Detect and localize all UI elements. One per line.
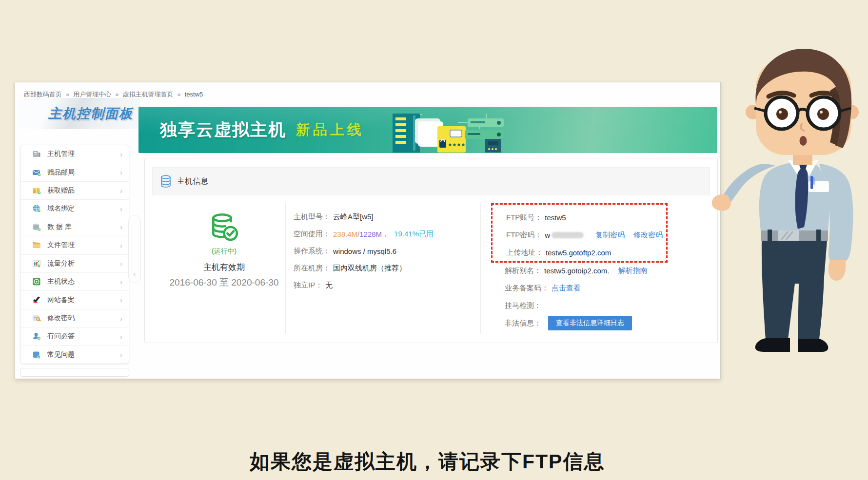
sidebar-item-database[interactable]: 数 据 库 ›: [20, 218, 129, 236]
trojan-check-label: 挂马检测：: [505, 301, 541, 310]
sidebar-item-traffic-analysis[interactable]: 流量分析 ›: [20, 255, 129, 273]
ftp-password-row: FTP密码： w 复制密码 修改密码: [506, 226, 666, 244]
globe-icon: [32, 204, 41, 213]
validity-label: 主机有效期: [159, 262, 289, 273]
model-label: 主机型号：: [294, 212, 330, 222]
folder-icon: [32, 241, 41, 250]
breadcrumb-separator: »: [115, 91, 118, 98]
view-beian-code-link[interactable]: 点击查看: [552, 284, 581, 293]
sidebar-item-host-manage[interactable]: 主机管理 ›: [20, 145, 129, 163]
breadcrumb-separator: »: [177, 91, 180, 98]
chevron-left-icon: ‹: [134, 270, 136, 278]
upload-address-label: 上传地址：: [506, 248, 543, 257]
sidebar-item-website-beian[interactable]: 网站备案 ›: [20, 291, 129, 309]
model-value: 云峰A型[w5]: [333, 212, 374, 222]
breadcrumb-user-center-link[interactable]: 用户管理中心: [73, 91, 111, 98]
section-title: 主机信息: [177, 176, 208, 187]
sidebar-item-gift-mail[interactable]: 赠品邮局 ›: [20, 163, 129, 181]
sidebar-item-domain-bind[interactable]: 域名绑定 ›: [20, 200, 129, 218]
chevron-right-icon: ›: [120, 332, 122, 341]
faq-icon: [32, 350, 41, 359]
chevron-right-icon: ›: [120, 168, 122, 176]
banner-title: 独享云虚拟主机: [160, 118, 286, 141]
space-used: 238.4M: [333, 230, 357, 238]
sidebar-item-label: 主机管理: [47, 150, 75, 158]
room-label: 所在机房：: [294, 264, 330, 273]
beian-code-row: 业务备案码： 点击查看: [505, 279, 714, 297]
alias-value: testw5.gotoip2.com.: [544, 267, 609, 275]
os-value: windows / mysql5.6: [333, 247, 396, 255]
sidebar-item-faq[interactable]: 常见问题 ›: [20, 346, 129, 364]
sidebar-collapse-handle[interactable]: ‹: [128, 215, 141, 283]
sidebar-item-label: 文件管理: [47, 241, 75, 250]
host-detail-column: 主机型号： 云峰A型[w5] 空间使用： 238.4M / 1228M ， 19…: [294, 209, 474, 294]
view-illegal-log-button[interactable]: 查看非法信息详细日志: [548, 316, 632, 330]
chevron-right-icon: ›: [120, 314, 122, 323]
chevron-right-icon: ›: [120, 278, 122, 286]
sidebar-logo-text: 主机控制面板: [48, 105, 133, 122]
running-status: (运行中): [159, 247, 289, 256]
sidebar-item-label: 赠品邮局: [47, 168, 75, 177]
space-label: 空间使用：: [294, 230, 330, 239]
detail-row-ip: 独立IP： 无: [294, 277, 474, 294]
sidebar-item-get-gift[interactable]: 获取赠品 ›: [20, 182, 129, 200]
sidebar-item-label: 域名绑定: [47, 204, 75, 213]
ip-label: 独立IP：: [294, 281, 322, 290]
database-blue-icon: [160, 175, 171, 188]
sidebar-item-change-password[interactable]: 修改密码 ›: [20, 309, 129, 327]
detail-row-room: 所在机房： 国内双线机房（推荐）: [294, 260, 474, 277]
alias-row: 解析别名： testw5.gotoip2.com. 解析指南: [505, 262, 714, 279]
ftp-account-label: FTP账号：: [506, 213, 542, 222]
sidebar-logo: 主机控制面板: [18, 98, 140, 129]
sidebar-item-host-status[interactable]: 主机状态 ›: [20, 273, 129, 291]
banner-servers-illustration: [385, 109, 521, 153]
host-extra-column: 解析别名： testw5.gotoip2.com. 解析指南 业务备案码： 点击…: [505, 262, 714, 332]
sidebar-item-label: 流量分析: [47, 259, 75, 268]
beian-icon: [32, 296, 41, 305]
sidebar-item-label: 修改密码: [47, 314, 75, 323]
breadcrumb-current: testw5: [185, 91, 203, 98]
sidebar-item-label: 有问必答: [47, 332, 75, 341]
sidebar-item-label: 网站备案: [47, 296, 75, 305]
change-password-link[interactable]: 修改密码: [633, 230, 663, 240]
sidebar-item-file-manage[interactable]: 文件管理 ›: [20, 236, 129, 254]
dns-guide-link[interactable]: 解析指南: [618, 266, 647, 275]
trojan-check-row: 挂马检测：: [505, 297, 714, 314]
detail-row-os: 操作系统： windows / mysql5.6: [294, 243, 474, 260]
mail-icon: [32, 168, 41, 177]
ftp-password-label: FTP密码：: [506, 230, 542, 240]
promo-banner-text: 独享云虚拟主机 新品上线: [160, 107, 364, 153]
chevron-right-icon: ›: [120, 205, 122, 213]
host-info-card: 主机信息 (运行中) 主机有效期 2016-06-30 至 2020-06-30: [144, 158, 718, 343]
column-divider: [480, 203, 481, 334]
upload-address-value: testw5.gotoftp2.com: [546, 249, 611, 257]
ftp-info-highlight-box: FTP账号： testw5 FTP密码： w 复制密码 修改密码 上传地址： t…: [491, 203, 668, 263]
key-icon: [32, 314, 41, 323]
video-subtitle: 如果您是虚拟主机，请记录下FTP信息: [250, 448, 605, 475]
validity-value: 2016-06-30 至 2020-06-30: [159, 276, 289, 289]
alias-label: 解析别名：: [505, 266, 541, 275]
password-mask: [552, 232, 584, 238]
copy-password-link[interactable]: 复制密码: [595, 230, 625, 240]
sidebar-item-qa[interactable]: 有问必答 ›: [20, 327, 129, 346]
ftp-account-value: testw5: [545, 213, 566, 222]
host-running-icon: [210, 213, 238, 242]
control-panel-window: 西部数码首页»用户管理中心»虚拟主机管理首页»testw5 主机控制面板 主机管…: [15, 82, 721, 379]
promo-banner: 独享云虚拟主机 新品上线: [138, 107, 717, 153]
illegal-info-label: 非法信息：: [505, 319, 541, 328]
host-info-header: 主机信息: [152, 167, 710, 195]
chart-icon: [32, 259, 41, 268]
host-icon: [32, 150, 41, 158]
sidebar-item-label: 数 据 库: [47, 223, 72, 231]
detail-row-model: 主机型号： 云峰A型[w5]: [294, 209, 474, 226]
chevron-right-icon: ›: [120, 150, 122, 158]
breadcrumb-home-link[interactable]: 西部数码首页: [24, 91, 62, 98]
space-total: 1228M: [359, 230, 382, 238]
breadcrumb-host-manage-link[interactable]: 虚拟主机管理首页: [122, 91, 173, 98]
sidebar-collapsed-group: [20, 368, 129, 377]
gift-icon: [32, 186, 41, 195]
sidebar-item-label: 常见问题: [47, 350, 75, 359]
banner-badge: 新品上线: [296, 120, 364, 140]
presenter-illustration: [702, 40, 868, 381]
space-comma: ，: [382, 230, 389, 239]
